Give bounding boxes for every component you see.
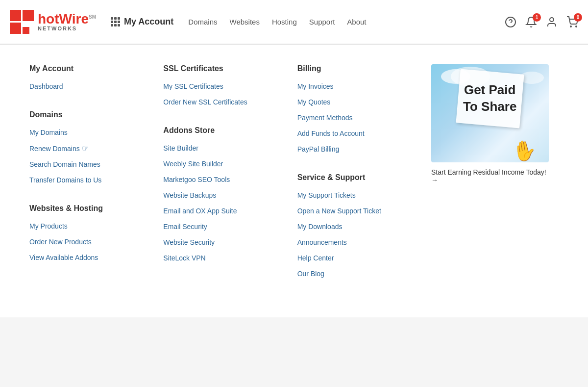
link-renew-domains[interactable]: Renew Domains ☞ xyxy=(29,144,153,153)
list-item: Renew Domains ☞ xyxy=(29,144,153,153)
myaccount-label: My Account xyxy=(124,17,173,27)
logo-square-br xyxy=(23,27,29,34)
menu-heading-service-support: Service & Support xyxy=(297,173,421,182)
logo-hot: hotWire xyxy=(38,11,89,26)
main-header: hotWireSM NETWORKS My Account Domains We… xyxy=(0,0,588,44)
link-our-blog[interactable]: Our Blog xyxy=(297,270,324,278)
list-item: Weebly Site Builder xyxy=(163,159,287,168)
menu-section-websites-hosting: Websites & Hosting My Products Order New… xyxy=(29,204,153,262)
logo[interactable]: hotWireSM NETWORKS xyxy=(10,10,96,34)
link-my-ssl[interactable]: My SSL Certificates xyxy=(163,82,223,90)
list-item: Dashboard xyxy=(29,82,153,91)
menu-section-service-support: Service & Support My Support Tickets Ope… xyxy=(297,173,421,278)
link-my-products[interactable]: My Products xyxy=(29,222,68,230)
nav-websites[interactable]: Websites xyxy=(230,18,260,26)
list-item: PayPal Billing xyxy=(297,145,421,154)
list-item: My Products xyxy=(29,222,153,231)
logo-square-tr xyxy=(23,10,34,21)
list-item: My Domains xyxy=(29,128,153,137)
link-open-ticket[interactable]: Open a New Support Ticket xyxy=(297,207,381,215)
nav-about[interactable]: About xyxy=(347,18,366,26)
list-item: SiteLock VPN xyxy=(163,254,287,262)
list-item: Website Backups xyxy=(163,191,287,200)
link-help-center[interactable]: Help Center xyxy=(297,254,334,262)
list-item: Email and OX App Suite xyxy=(163,206,287,215)
cart-badge: 0 xyxy=(574,13,582,22)
menu-heading-ssl: SSL Certificates xyxy=(163,64,287,73)
menu-heading-websites-hosting: Websites & Hosting xyxy=(29,204,153,213)
list-item: Site Builder xyxy=(163,144,287,153)
svg-point-2 xyxy=(550,18,554,22)
hand-cursor-icon: ☞ xyxy=(82,144,89,153)
list-item: Search Domain Names xyxy=(29,160,153,169)
link-order-new-products[interactable]: Order New Products xyxy=(29,238,92,246)
list-item: Transfer Domains to Us xyxy=(29,176,153,184)
cart-button[interactable]: 0 xyxy=(566,16,578,28)
svg-point-3 xyxy=(570,26,571,27)
link-site-builder[interactable]: Site Builder xyxy=(163,144,198,152)
list-item: My Invoices xyxy=(297,82,421,91)
link-paypal-billing[interactable]: PayPal Billing xyxy=(297,145,340,153)
mega-menu: My Account Dashboard Domains My Domains … xyxy=(0,44,588,317)
link-weebly[interactable]: Weebly Site Builder xyxy=(163,160,223,168)
myaccount-nav-button[interactable]: My Account xyxy=(111,17,173,27)
header-icons: 1 0 xyxy=(505,16,578,28)
list-item: Payment Methods xyxy=(297,113,421,122)
link-dashboard[interactable]: Dashboard xyxy=(29,82,63,90)
menu-links-myaccount: Dashboard xyxy=(29,82,153,91)
notification-badge: 1 xyxy=(533,13,541,22)
nav-domains[interactable]: Domains xyxy=(188,18,217,26)
link-announcements[interactable]: Announcements xyxy=(297,238,347,246)
link-support-tickets[interactable]: My Support Tickets xyxy=(297,191,356,199)
notifications-button[interactable]: 1 xyxy=(525,16,537,28)
menu-links-service-support: My Support Tickets Open a New Support Ti… xyxy=(297,191,421,278)
link-search-domain[interactable]: Search Domain Names xyxy=(29,160,100,168)
menu-links-domains: My Domains Renew Domains ☞ Search Domain… xyxy=(29,128,153,184)
link-sitelock-vpn[interactable]: SiteLock VPN xyxy=(163,254,205,262)
link-view-available-addons[interactable]: View Available Addons xyxy=(29,254,98,261)
menu-section-billing: Billing My Invoices My Quotes Payment Me… xyxy=(297,64,421,154)
svg-point-4 xyxy=(576,26,577,27)
logo-sm-mark: SM xyxy=(89,14,96,20)
logo-square-bl xyxy=(10,23,21,34)
promo-area: Get Paid To Share ✋ Start Earning Residu… xyxy=(431,64,549,184)
promo-image: Get Paid To Share ✋ xyxy=(431,64,549,162)
menu-col-3: Billing My Invoices My Quotes Payment Me… xyxy=(297,64,431,298)
menu-section-ssl: SSL Certificates My SSL Certificates Ord… xyxy=(163,64,287,106)
menu-section-domains: Domains My Domains Renew Domains ☞ Searc… xyxy=(29,110,153,184)
link-order-ssl[interactable]: Order New SSL Certificates xyxy=(163,98,247,106)
link-email-ox[interactable]: Email and OX App Suite xyxy=(163,207,237,215)
link-my-quotes[interactable]: My Quotes xyxy=(297,98,331,106)
list-item: Email Security xyxy=(163,222,287,231)
link-email-security[interactable]: Email Security xyxy=(163,223,207,231)
nav-support[interactable]: Support xyxy=(309,18,335,26)
logo-square-tl xyxy=(10,10,21,21)
link-add-funds[interactable]: Add Funds to Account xyxy=(297,129,365,137)
link-website-security[interactable]: Website Security xyxy=(163,238,215,246)
menu-section-myaccount: My Account Dashboard xyxy=(29,64,153,91)
nav-hosting[interactable]: Hosting xyxy=(272,18,297,26)
link-website-backups[interactable]: Website Backups xyxy=(163,191,216,199)
menu-links-websites-hosting: My Products Order New Products View Avai… xyxy=(29,222,153,262)
link-my-domains[interactable]: My Domains xyxy=(29,129,68,136)
link-transfer-domains[interactable]: Transfer Domains to Us xyxy=(29,176,101,184)
menu-heading-billing: Billing xyxy=(297,64,421,73)
list-item: Add Funds to Account xyxy=(297,129,421,138)
link-payment-methods[interactable]: Payment Methods xyxy=(297,114,353,122)
account-button[interactable] xyxy=(546,16,558,28)
main-nav: My Account Domains Websites Hosting Supp… xyxy=(111,17,505,27)
help-button[interactable] xyxy=(505,16,516,28)
promo-cta-link[interactable]: Start Earning Residual Income Today! → xyxy=(431,168,549,184)
list-item: Open a New Support Ticket xyxy=(297,206,421,215)
promo-hand-icon: ✋ xyxy=(510,137,538,162)
link-my-downloads[interactable]: My Downloads xyxy=(297,223,343,231)
menu-section-addons: Addons Store Site Builder Weebly Site Bu… xyxy=(163,126,287,262)
logo-networks: NETWORKS xyxy=(38,26,96,31)
menu-links-ssl: My SSL Certificates Order New SSL Certif… xyxy=(163,82,287,106)
link-my-invoices[interactable]: My Invoices xyxy=(297,82,334,90)
list-item: My Quotes xyxy=(297,98,421,106)
link-marketgoo[interactable]: Marketgoo SEO Tools xyxy=(163,176,230,183)
logo-text: hotWireSM NETWORKS xyxy=(38,12,96,31)
menu-heading-myaccount: My Account xyxy=(29,64,153,73)
list-item: Order New Products xyxy=(29,237,153,246)
